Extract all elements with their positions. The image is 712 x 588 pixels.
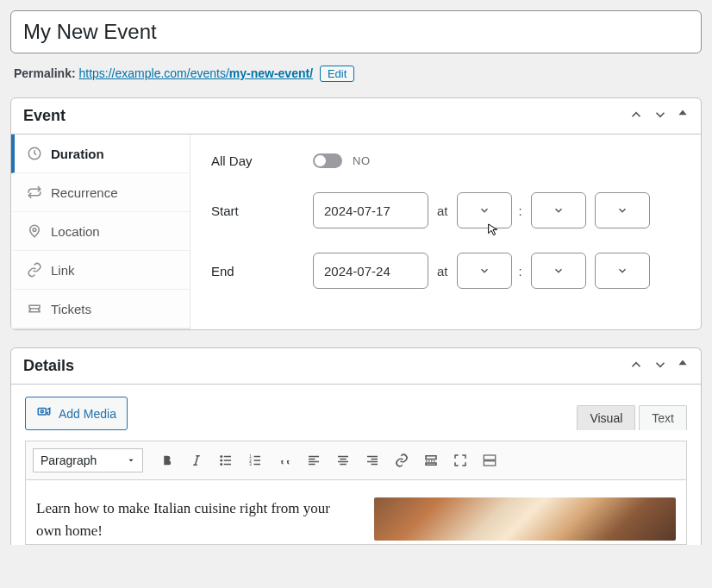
svg-rect-31 xyxy=(426,456,436,460)
event-tabs: Duration Recurrence Location Link xyxy=(11,134,190,329)
tab-link-label: Link xyxy=(51,263,75,278)
details-handle-actions xyxy=(628,357,689,375)
all-day-label: All Day xyxy=(211,153,313,168)
editor-text[interactable]: Learn how to make Italian cuisine right … xyxy=(36,497,357,544)
editor-inline-image[interactable] xyxy=(374,497,676,541)
tab-duration-label: Duration xyxy=(51,147,104,161)
add-media-label: Add Media xyxy=(59,407,116,421)
tab-location-label: Location xyxy=(51,224,100,239)
details-postbox-header: Details xyxy=(11,348,701,385)
editor-toolbar: Paragraph 123 xyxy=(25,441,687,480)
tab-link[interactable]: Link xyxy=(11,251,190,290)
event-postbox-header: Event xyxy=(11,98,701,134)
event-handle-actions xyxy=(628,107,689,125)
bold-button[interactable] xyxy=(153,447,181,474)
editor-tab-text[interactable]: Text xyxy=(639,405,687,430)
ticket-icon xyxy=(27,301,42,316)
tab-tickets-label: Tickets xyxy=(51,302,91,316)
blockquote-button[interactable] xyxy=(271,447,298,474)
svg-point-1 xyxy=(33,228,36,232)
clock-icon xyxy=(27,146,42,161)
end-at-text: at xyxy=(437,264,448,278)
insert-link-button[interactable] xyxy=(388,447,415,474)
edit-permalink-button[interactable]: Edit xyxy=(320,66,354,82)
details-heading: Details xyxy=(23,357,74,375)
align-right-button[interactable] xyxy=(359,447,386,474)
svg-point-3 xyxy=(41,410,43,413)
camera-music-icon xyxy=(36,404,52,422)
start-date-input[interactable] xyxy=(313,192,428,228)
end-hour-select[interactable] xyxy=(457,253,512,289)
details-collapse-icon[interactable] xyxy=(677,357,689,375)
permalink-link[interactable]: https://example.com/events/my-new-event/ xyxy=(78,66,313,80)
read-more-button[interactable] xyxy=(417,447,445,474)
toolbar-toggle-button[interactable] xyxy=(476,447,503,474)
move-up-icon[interactable] xyxy=(628,107,644,125)
align-left-button[interactable] xyxy=(300,447,328,474)
loop-icon xyxy=(27,185,42,200)
svg-point-10 xyxy=(221,456,222,458)
svg-rect-39 xyxy=(484,461,496,466)
details-move-down-icon[interactable] xyxy=(653,357,668,375)
svg-rect-2 xyxy=(38,409,46,416)
start-minute-select[interactable] xyxy=(531,192,586,228)
end-minute-select[interactable] xyxy=(531,253,586,289)
collapse-icon[interactable] xyxy=(677,107,689,125)
details-move-up-icon[interactable] xyxy=(628,357,644,375)
svg-rect-33 xyxy=(426,463,436,465)
start-label: Start xyxy=(211,203,313,218)
start-at-text: at xyxy=(437,203,448,218)
tab-duration[interactable]: Duration xyxy=(11,134,190,173)
permalink-row: Permalink: https://example.com/events/my… xyxy=(14,66,698,82)
svg-text:3: 3 xyxy=(249,462,252,466)
numbered-list-button[interactable]: 123 xyxy=(241,447,269,474)
end-ampm-select[interactable] xyxy=(595,253,650,289)
svg-rect-34 xyxy=(484,455,496,460)
details-postbox: Details Add Media Visual Text xyxy=(10,347,702,545)
event-content: All Day NO Start at : xyxy=(190,134,701,329)
svg-point-12 xyxy=(221,464,222,466)
editor-content-area[interactable]: Learn how to make Italian cuisine right … xyxy=(25,480,687,545)
pin-icon xyxy=(27,223,42,239)
all-day-value: NO xyxy=(353,154,371,167)
align-center-button[interactable] xyxy=(329,447,357,474)
start-hour-select[interactable] xyxy=(457,192,512,228)
bullet-list-button[interactable] xyxy=(212,447,240,474)
permalink-label: Permalink: xyxy=(14,66,76,80)
end-colon: : xyxy=(519,264,522,278)
move-down-icon[interactable] xyxy=(653,107,668,125)
add-media-button[interactable]: Add Media xyxy=(25,397,128,430)
link-icon xyxy=(27,262,42,278)
tab-recurrence[interactable]: Recurrence xyxy=(11,173,190,212)
tab-tickets[interactable]: Tickets xyxy=(11,290,190,328)
start-ampm-select[interactable] xyxy=(595,192,650,228)
event-title-input[interactable] xyxy=(10,10,702,53)
svg-point-11 xyxy=(221,460,222,461)
event-postbox: Event Duration xyxy=(10,97,702,330)
svg-line-6 xyxy=(196,456,198,466)
end-label: End xyxy=(211,264,313,278)
fullscreen-button[interactable] xyxy=(447,447,474,474)
tab-recurrence-label: Recurrence xyxy=(51,185,118,200)
italic-button[interactable] xyxy=(183,447,210,474)
all-day-toggle[interactable] xyxy=(313,153,342,168)
event-heading: Event xyxy=(23,107,66,125)
editor-tab-visual[interactable]: Visual xyxy=(577,405,635,430)
end-date-input[interactable] xyxy=(313,253,428,289)
tab-location[interactable]: Location xyxy=(11,212,190,251)
start-colon: : xyxy=(519,203,522,218)
format-select[interactable]: Paragraph xyxy=(33,448,143,472)
